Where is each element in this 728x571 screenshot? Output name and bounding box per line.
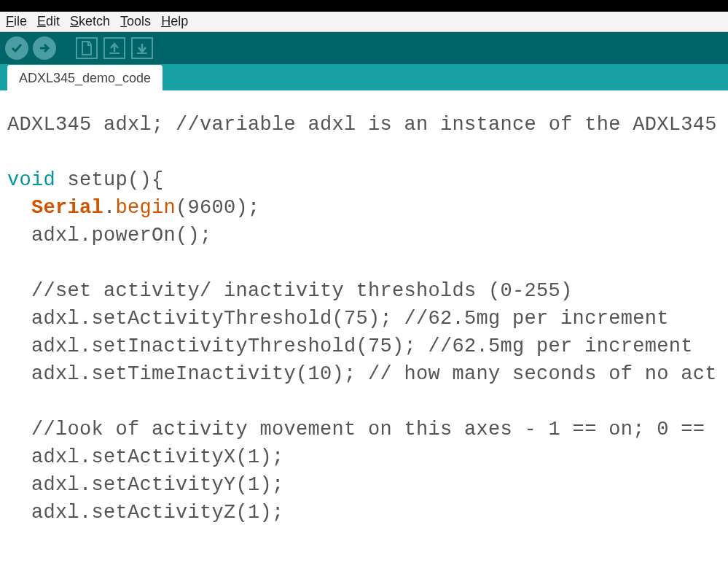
code-line: adxl.setActivityThreshold(75); //62.5mg … [7,308,669,330]
menu-help[interactable]: Help [161,14,188,29]
menu-sketch[interactable]: Sketch [70,14,110,29]
toolbar [0,32,728,64]
code-line: ADXL345 adxl; //variable adxl is an inst… [7,114,717,136]
arrow-up-icon [108,42,121,55]
code-line: void setup(){ [7,169,164,191]
code-line: Serial.begin(9600); [7,197,260,219]
menu-file[interactable]: File [6,14,27,29]
arrow-right-icon [38,42,51,55]
tab-strip: ADXL345_demo_code [0,64,728,90]
code-line: adxl.powerOn(); [7,225,212,246]
code-line: adxl.setActivityY(1); [7,474,284,496]
menubar: File Edit Sketch Tools Help [0,12,728,32]
code-line: adxl.setInactivityThreshold(75); //62.5m… [7,335,693,357]
sketch-tab[interactable]: ADXL345_demo_code [7,65,163,90]
verify-button[interactable] [4,36,29,61]
code-line: //look of activity movement on this axes… [7,419,705,440]
new-sketch-button[interactable] [73,36,98,61]
menu-tools[interactable]: Tools [120,14,151,29]
code-editor[interactable]: ADXL345 adxl; //variable adxl is an inst… [0,90,728,527]
code-line: //set activity/ inactivity thresholds (0… [7,280,573,302]
check-icon [10,42,23,55]
code-line: adxl.setActivityX(1); [7,446,284,468]
save-sketch-button[interactable] [128,36,153,61]
arrow-down-icon [136,42,149,55]
file-icon [80,41,93,55]
open-sketch-button[interactable] [101,36,125,61]
code-line: adxl.setActivityZ(1); [7,502,284,524]
upload-button[interactable] [32,36,57,61]
window-top-border [0,0,728,12]
code-line: adxl.setTimeInactivity(10); // how many … [7,363,717,385]
menu-edit[interactable]: Edit [37,14,60,29]
